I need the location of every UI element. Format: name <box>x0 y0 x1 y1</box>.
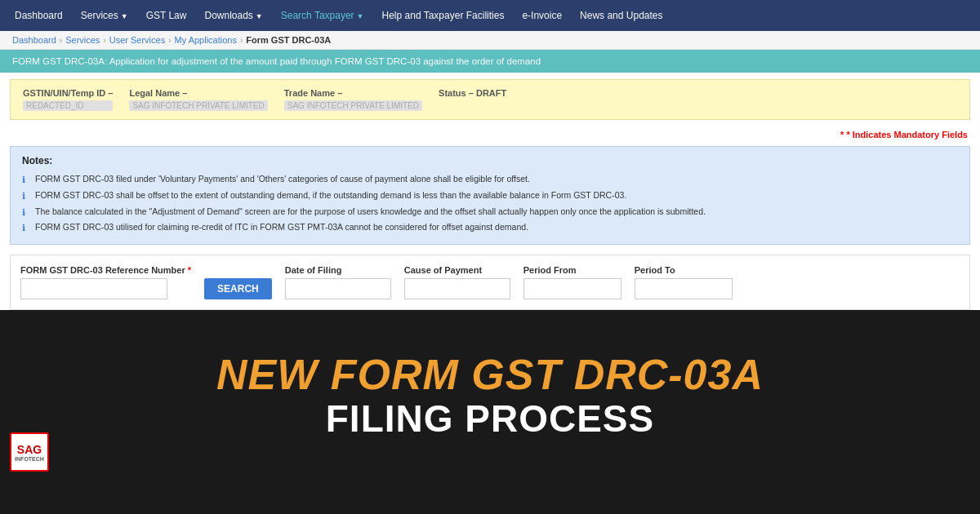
trade-name-field-group: Trade Name – SAG INFOTECH PRIVATE LIMITE… <box>284 88 422 111</box>
sag-logo: SAG INFOTECH <box>10 432 49 472</box>
nav-services[interactable]: Services▼ <box>73 5 136 26</box>
notes-title: Notes: <box>22 155 958 166</box>
notes-item-3: The balance calculated in the "Adjustmen… <box>22 204 958 220</box>
notes-list: FORM GST DRC-03 filed under 'Voluntary P… <box>22 171 958 236</box>
period-to-field: Period To <box>635 265 733 299</box>
bottom-title-white: FILING PROCESS <box>326 398 654 440</box>
nav-dashboard[interactable]: Dashboard <box>7 5 71 26</box>
legal-name-field-group: Legal Name – SAG INFOTECH PRIVATE LIMITE… <box>129 88 267 111</box>
breadcrumb-services[interactable]: Services <box>65 35 100 45</box>
ref-number-input[interactable] <box>20 278 167 299</box>
cause-of-payment-field: Cause of Payment <box>404 265 510 299</box>
top-navigation: Dashboard Services▼ GST Law Downloads▼ S… <box>0 0 980 31</box>
cause-of-payment-label: Cause of Payment <box>404 265 510 275</box>
sag-logo-text: SAG <box>17 443 42 456</box>
status-label: Status – DRAFT <box>439 88 506 98</box>
nav-gst-law[interactable]: GST Law <box>138 5 195 26</box>
notes-item-1: FORM GST DRC-03 filed under 'Voluntary P… <box>22 171 958 188</box>
bottom-title-orange: NEW FORM GST DRC-03A <box>216 352 764 398</box>
nav-news[interactable]: News and Updates <box>572 5 670 26</box>
search-form: FORM GST DRC-03 Reference Number * SEARC… <box>10 255 970 310</box>
nav-einvoice[interactable]: e-Invoice <box>514 5 570 26</box>
form-area: FORM GST DRC-03A: Application for adjust… <box>0 50 980 310</box>
notes-box: Notes: FORM GST DRC-03 filed under 'Volu… <box>10 146 970 245</box>
gstin-field-group: GSTIN/UIN/Temp ID – REDACTED_ID <box>23 88 113 111</box>
nav-downloads[interactable]: Downloads▼ <box>196 5 270 26</box>
teal-banner: FORM GST DRC-03A: Application for adjust… <box>0 50 980 73</box>
search-button[interactable]: SEARCH <box>204 278 272 299</box>
ref-number-label: FORM GST DRC-03 Reference Number * <box>20 265 191 275</box>
sag-logo-sub: INFOTECH <box>15 456 44 462</box>
legal-name-label: Legal Name – <box>129 88 267 98</box>
period-to-input[interactable] <box>635 278 733 299</box>
date-of-filing-input[interactable] <box>285 278 391 299</box>
trade-name-value: SAG INFOTECH PRIVATE LIMITED <box>284 100 422 111</box>
form-row: FORM GST DRC-03 Reference Number * SEARC… <box>20 265 960 299</box>
period-from-field: Period From <box>523 265 621 299</box>
search-button-wrapper: SEARCH <box>204 278 272 299</box>
gstin-value: REDACTED_ID <box>23 100 113 111</box>
period-from-input[interactable] <box>523 278 621 299</box>
notes-item-4: FORM GST DRC-03 utilised for claiming re… <box>22 219 958 236</box>
trade-name-label: Trade Name – <box>284 88 422 98</box>
notes-item-2: FORM GST DRC-03 shall be offset to the e… <box>22 188 958 204</box>
breadcrumb: Dashboard › Services › User Services › M… <box>0 31 980 50</box>
gstin-label: GSTIN/UIN/Temp ID – <box>23 88 113 98</box>
breadcrumb-my-applications[interactable]: My Applications <box>175 35 237 45</box>
nav-search-taxpayer[interactable]: Search Taxpayer▼ <box>273 5 372 26</box>
ref-number-field: FORM GST DRC-03 Reference Number * <box>20 265 191 299</box>
mandatory-note: * * Indicates Mandatory Fields <box>0 126 980 140</box>
date-of-filing-label: Date of Filing <box>285 265 391 275</box>
period-from-label: Period From <box>523 265 621 275</box>
info-bar: GSTIN/UIN/Temp ID – REDACTED_ID Legal Na… <box>10 79 970 120</box>
nav-help[interactable]: Help and Taxpayer Facilities <box>374 5 513 26</box>
status-field-group: Status – DRAFT <box>439 88 506 98</box>
date-of-filing-field: Date of Filing <box>285 265 391 299</box>
breadcrumb-current: Form GST DRC-03A <box>246 35 331 45</box>
cause-of-payment-input[interactable] <box>404 278 510 299</box>
legal-name-value: SAG INFOTECH PRIVATE LIMITED <box>129 100 267 111</box>
period-to-label: Period To <box>635 265 733 275</box>
breadcrumb-dashboard[interactable]: Dashboard <box>12 35 56 45</box>
breadcrumb-user-services[interactable]: User Services <box>109 35 165 45</box>
bottom-section: NEW FORM GST DRC-03A FILING PROCESS SAG … <box>0 310 980 481</box>
